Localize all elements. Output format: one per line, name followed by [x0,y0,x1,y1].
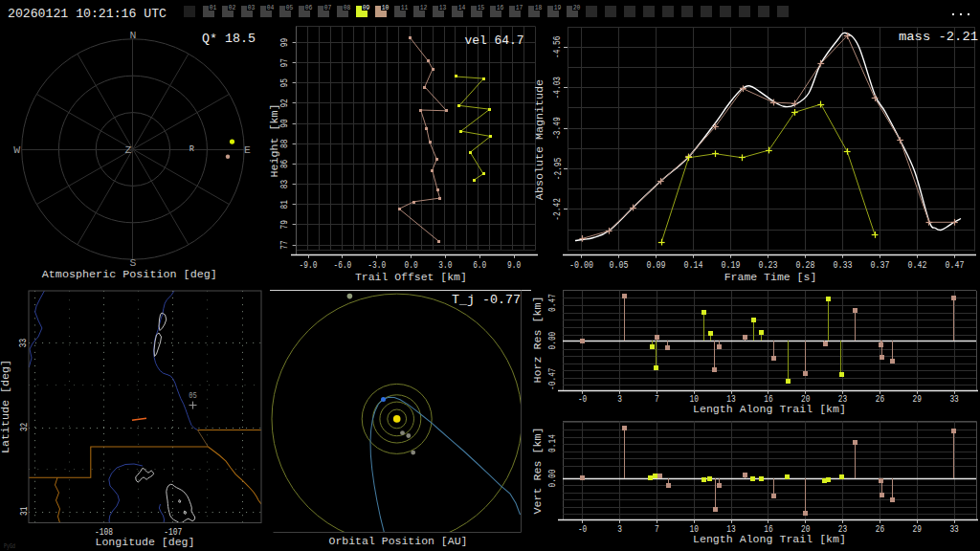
svg-text:0.33: 0.33 [834,259,853,271]
svg-text:0.42: 0.42 [908,259,927,271]
svg-text:16: 16 [497,4,504,11]
svg-text:6.0: 6.0 [473,259,486,271]
svg-text:-0: -0 [578,523,587,535]
svg-text:Trail Offset [km]: Trail Offset [km] [355,271,467,284]
svg-text:0.0: 0.0 [405,259,418,271]
svg-text:79: 79 [278,220,290,229]
svg-text:05: 05 [286,4,294,11]
svg-text:mass -2.21: mass -2.21 [899,30,978,44]
svg-text:81: 81 [278,200,290,209]
svg-text:Length Along Trail [km]: Length Along Trail [km] [693,403,846,416]
svg-text:07: 07 [324,4,332,11]
svg-text:95: 95 [278,78,290,87]
svg-text:06: 06 [305,4,313,11]
svg-text:29: 29 [913,393,922,405]
svg-text:01: 01 [210,4,217,11]
svg-text:E: E [244,143,251,156]
svg-text:Z: Z [125,143,132,156]
svg-text:Horz Res [km]: Horz Res [km] [531,296,545,383]
svg-text:03: 03 [248,4,256,11]
svg-text:99: 99 [278,38,290,47]
svg-text:3.0: 3.0 [438,259,452,271]
svg-text:02: 02 [229,4,236,11]
svg-text:0.14: 0.14 [546,434,558,452]
svg-text:vel 64.7: vel 64.7 [464,33,523,48]
svg-text:0.14: 0.14 [684,259,703,271]
svg-text:13: 13 [439,4,447,11]
svg-text:08: 08 [344,4,351,11]
svg-text:20: 20 [573,4,581,11]
svg-text:Frame Time [s]: Frame Time [s] [724,271,817,284]
svg-text:N: N [129,29,136,41]
svg-text:Vert Res [km]: Vert Res [km] [531,427,545,514]
svg-text:05: 05 [189,391,197,401]
svg-text:33: 33 [949,523,958,535]
svg-text:-6.0: -6.0 [334,259,352,271]
svg-text:26: 26 [876,523,884,535]
svg-text:19: 19 [554,4,562,11]
svg-text:0.09: 0.09 [647,259,666,271]
svg-text:20260121 10:21:16 UTC: 20260121 10:21:16 UTC [8,7,167,21]
svg-text:Atmospheric Position [deg]: Atmospheric Position [deg] [42,268,217,281]
svg-text:33: 33 [17,339,29,347]
svg-text:-2.42: -2.42 [552,198,564,221]
svg-text:Length Along Trail [km]: Length Along Trail [km] [693,533,846,546]
svg-text:32: 32 [18,423,30,431]
svg-text:83: 83 [278,180,290,188]
svg-text:11: 11 [401,4,409,11]
svg-text:0.19: 0.19 [722,259,741,271]
svg-text:Height [km]: Height [km] [268,103,281,177]
svg-text:33: 33 [949,393,958,405]
svg-text:17: 17 [516,4,523,11]
svg-text:0.23: 0.23 [759,259,778,271]
svg-text:26: 26 [876,393,884,405]
svg-text:77: 77 [278,240,290,249]
svg-text:-0: -0 [578,393,587,405]
svg-text:0.47: 0.47 [946,259,965,271]
svg-text:-9.0: -9.0 [300,259,318,271]
svg-text:0.00: 0.00 [546,332,558,350]
svg-text:10: 10 [382,4,390,11]
svg-text:W: W [13,143,20,156]
svg-text:Longitude [deg]: Longitude [deg] [96,536,195,549]
svg-text:Q* 18.5: Q* 18.5 [202,32,256,46]
svg-text:-0.47: -0.47 [546,367,558,390]
svg-text:3: 3 [617,393,622,405]
svg-text:15: 15 [478,4,485,11]
svg-text:09: 09 [363,4,370,11]
svg-text:0.37: 0.37 [871,259,890,271]
svg-text:Latitude [deg]: Latitude [deg] [0,360,12,453]
svg-text:14: 14 [458,4,466,11]
svg-text:7: 7 [655,523,659,535]
svg-text:31: 31 [18,507,30,516]
svg-text:R: R [189,144,194,154]
svg-text:Absolute Magnitude: Absolute Magnitude [533,79,546,200]
svg-text:-2.95: -2.95 [552,158,564,181]
svg-text:Orbital Position [AU]: Orbital Position [AU] [329,535,468,548]
svg-text:0.47: 0.47 [546,294,558,312]
svg-text:97: 97 [278,58,290,67]
svg-text:3: 3 [617,523,622,535]
svg-text:7: 7 [655,393,659,405]
svg-text:0.28: 0.28 [796,259,815,271]
svg-text:T_j -0.77: T_j -0.77 [452,293,521,307]
svg-text:12: 12 [420,4,428,11]
svg-text:-4.03: -4.03 [552,77,564,99]
svg-text:04: 04 [267,4,275,11]
svg-text:0.05: 0.05 [610,259,629,271]
svg-text:0.00: 0.00 [546,470,558,488]
svg-text:-3.0: -3.0 [368,259,386,271]
svg-text:29: 29 [913,523,922,535]
svg-text:9.0: 9.0 [507,259,521,271]
svg-text:-0.00: -0.00 [569,259,593,271]
svg-text:-3.49: -3.49 [552,117,564,140]
svg-text:PyGd: PyGd [4,543,15,550]
svg-text:18: 18 [535,4,543,11]
svg-text:-4.56: -4.56 [552,36,564,59]
